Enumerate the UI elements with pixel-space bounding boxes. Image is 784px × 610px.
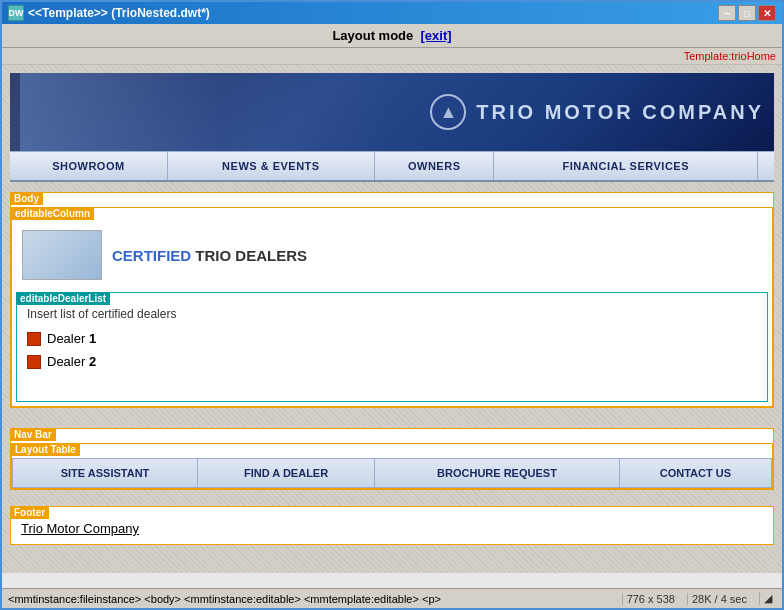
dealer-2-bold: 2	[89, 354, 96, 369]
dealers-thumbnail	[22, 230, 102, 280]
resize-handle[interactable]: ◢	[759, 592, 776, 605]
bottom-nav-site-assistant[interactable]: SITE ASSISTANT	[13, 459, 198, 487]
footer-text: Trio Motor Company	[21, 521, 763, 536]
body-area: Body editableColumn CERTIFIED TRIO DEALE…	[10, 192, 774, 408]
status-bar: <mmtinstance:fileinstance> <body> <mmtin…	[2, 588, 782, 608]
bottom-nav-brochure[interactable]: BROCHURE REQUEST	[375, 459, 620, 487]
bottom-nav-contact[interactable]: CONTACT US	[619, 459, 771, 487]
list-item: Dealer 1	[27, 331, 757, 346]
dealer-2-name: Dealer 2	[47, 354, 96, 369]
bottom-nav-table: SITE ASSISTANT FIND A DEALER BROCHURE RE…	[13, 459, 771, 487]
nav-item-empty	[757, 152, 774, 180]
nav-bar-section: Nav Bar Layout Table SITE ASSISTANT FIND…	[10, 428, 774, 490]
template-label: Template:trioHome	[684, 50, 776, 62]
status-filesize: 28K / 4 sec	[687, 593, 751, 605]
bottom-nav: SITE ASSISTANT FIND A DEALER BROCHURE RE…	[12, 458, 772, 488]
body-label: Body	[10, 192, 43, 205]
window-frame: DW <<Template>> (TrioNested.dwt*) – □ ✕ …	[0, 0, 784, 610]
footer-section: Footer Trio Motor Company	[10, 506, 774, 545]
header-logo: ▲ TRIO MOTOR COMPANY	[430, 94, 764, 130]
editable-dealer-list: editableDealerList Insert list of certif…	[16, 292, 768, 402]
status-right: 776 x 538 28K / 4 sec ◢	[622, 592, 776, 605]
layout-mode-bar: Layout mode [exit]	[2, 24, 782, 48]
layout-table-label: Layout Table	[11, 443, 80, 456]
spacer-3	[10, 490, 774, 502]
template-label-bar: Template:trioHome	[2, 48, 782, 65]
status-dimensions: 776 x 538	[622, 593, 679, 605]
editable-column-label: editableColumn	[11, 207, 94, 220]
list-item: Dealer 2	[27, 354, 757, 369]
exit-link[interactable]: [exit]	[421, 28, 452, 43]
dealer-1-normal: Dealer	[47, 331, 89, 346]
dealer-icon-2	[27, 355, 41, 369]
dealer-icon-1	[27, 332, 41, 346]
insert-text: Insert list of certified dealers	[27, 307, 757, 321]
bottom-nav-find-dealer[interactable]: FIND A DEALER	[198, 459, 375, 487]
dealers-header: CERTIFIED TRIO DEALERS	[12, 222, 772, 288]
dealer-1-name: Dealer 1	[47, 331, 96, 346]
window-controls: – □ ✕	[718, 5, 776, 21]
app-icon: DW	[8, 5, 24, 21]
top-nav-bar: SHOWROOM NEWS & EVENTS OWNERS FINANCIAL …	[10, 151, 774, 182]
nav-item-owners[interactable]: OWNERS	[374, 152, 494, 180]
title-bar: DW <<Template>> (TrioNested.dwt*) – □ ✕	[2, 2, 782, 24]
title-bar-left: DW <<Template>> (TrioNested.dwt*)	[8, 5, 210, 21]
nav-bar-outer-label: Nav Bar	[10, 428, 56, 441]
logo-text: TRIO MOTOR COMPANY	[476, 101, 764, 124]
nav-item-showroom[interactable]: SHOWROOM	[10, 152, 167, 180]
spacer-4	[10, 545, 774, 565]
editable-column: editableColumn CERTIFIED TRIO DEALERS ed…	[11, 207, 773, 407]
logo-emblem: ▲	[430, 94, 466, 130]
maximize-button[interactable]: □	[738, 5, 756, 21]
top-nav-table: SHOWROOM NEWS & EVENTS OWNERS FINANCIAL …	[10, 152, 774, 180]
footer-label: Footer	[10, 506, 49, 519]
editable-dealer-list-label: editableDealerList	[16, 292, 110, 305]
minimize-button[interactable]: –	[718, 5, 736, 21]
status-path: <mmtinstance:fileinstance> <body> <mmtin…	[8, 593, 441, 605]
dealers-title: CERTIFIED TRIO DEALERS	[112, 247, 307, 264]
window-title: <<Template>> (TrioNested.dwt*)	[28, 6, 210, 20]
dealer-1-bold: 1	[89, 331, 96, 346]
dealer-2-normal: Dealer	[47, 354, 89, 369]
logo-symbol: ▲	[439, 102, 457, 123]
main-content: ▲ TRIO MOTOR COMPANY SHOWROOM NEWS & EVE…	[2, 65, 782, 588]
nav-item-news[interactable]: NEWS & EVENTS	[167, 152, 374, 180]
nav-item-financial[interactable]: FINANCIAL SERVICES	[494, 152, 757, 180]
certified-text: CERTIFIED	[112, 247, 191, 264]
close-button[interactable]: ✕	[758, 5, 776, 21]
header-car-image	[20, 73, 220, 151]
spacer-2	[10, 408, 774, 424]
hatched-background: ▲ TRIO MOTOR COMPANY SHOWROOM NEWS & EVE…	[2, 65, 782, 573]
site-header: ▲ TRIO MOTOR COMPANY	[10, 73, 774, 151]
spacer-1	[10, 182, 774, 192]
trio-dealers-text: TRIO DEALERS	[195, 247, 307, 264]
layout-mode-label: Layout mode	[332, 28, 413, 43]
